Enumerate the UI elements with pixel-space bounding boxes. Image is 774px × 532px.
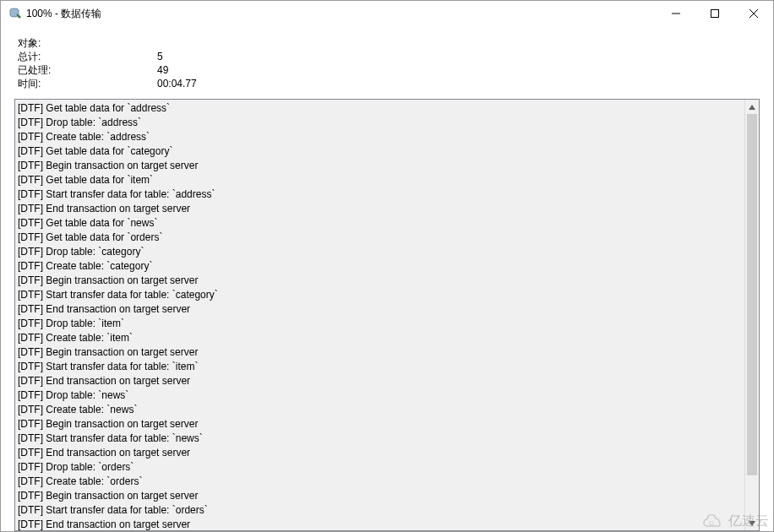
svg-rect-2 — [711, 10, 719, 18]
stat-row-object: 对象: — [18, 36, 756, 50]
log-line[interactable]: [DTF] Drop table: `orders` — [18, 460, 742, 475]
stat-row-time: 时间: 00:04.77 — [18, 77, 756, 90]
stat-label: 时间: — [18, 77, 157, 90]
log-line[interactable]: [DTF] End transaction on target server — [18, 446, 742, 460]
log-line[interactable]: [DTF] Get table data for `news` — [18, 216, 742, 231]
log-line[interactable]: [DTF] End transaction on target server — [18, 518, 742, 530]
app-window: 100% - 数据传输 对象: 总计: 5 已处理: 49 时间: — [0, 0, 774, 532]
scroll-thumb[interactable] — [747, 114, 757, 475]
log-line[interactable]: [DTF] Start transfer data for table: `ad… — [18, 187, 742, 202]
stat-label: 对象: — [18, 36, 157, 50]
log-line[interactable]: [DTF] Begin transaction on target server — [18, 489, 742, 503]
window-controls — [657, 1, 773, 26]
log-line[interactable]: [DTF] Get table data for `item` — [18, 173, 742, 187]
stat-row-total: 总计: 5 — [18, 50, 756, 63]
log-line[interactable]: [DTF] End transaction on target server — [18, 202, 742, 216]
svg-marker-6 — [749, 521, 755, 526]
scroll-up-arrow-icon[interactable] — [745, 100, 759, 114]
database-icon — [8, 7, 21, 20]
stat-value: 5 — [157, 50, 163, 63]
log-line[interactable]: [DTF] Drop table: `news` — [18, 388, 742, 403]
log-line[interactable]: [DTF] Create table: `category` — [18, 259, 742, 274]
log-line[interactable]: [DTF] Create table: `item` — [18, 331, 742, 345]
log-line[interactable]: [DTF] Start transfer data for table: `ca… — [18, 288, 742, 302]
log-line[interactable]: [DTF] Drop table: `category` — [18, 245, 742, 259]
log-line[interactable]: [DTF] Start transfer data for table: `ne… — [18, 432, 742, 446]
log-line[interactable]: [DTF] Begin transaction on target server — [18, 345, 742, 360]
stat-value: 00:04.77 — [157, 77, 197, 90]
log-line[interactable]: [DTF] End transaction on target server — [18, 374, 742, 388]
titlebar[interactable]: 100% - 数据传输 — [1, 1, 773, 26]
close-button[interactable] — [734, 1, 773, 26]
log-body[interactable]: [DTF] Get table data for `address`[DTF] … — [15, 100, 744, 530]
log-line[interactable]: [DTF] Begin transaction on target server — [18, 417, 742, 432]
scroll-track[interactable] — [745, 114, 759, 516]
log-line[interactable]: [DTF] Create table: `address` — [18, 130, 742, 144]
log-line[interactable]: [DTF] Drop table: `item` — [18, 317, 742, 331]
log-line[interactable]: [DTF] Drop table: `address` — [18, 116, 742, 130]
scrollbar[interactable] — [744, 100, 759, 530]
log-line[interactable]: [DTF] End transaction on target server — [18, 302, 742, 317]
log-line[interactable]: [DTF] Get table data for `address` — [18, 101, 742, 116]
minimize-button[interactable] — [657, 1, 695, 26]
log-line[interactable]: [DTF] Start transfer data for table: `it… — [18, 360, 742, 374]
stat-label: 总计: — [18, 50, 157, 63]
stat-label: 已处理: — [18, 63, 157, 77]
log-line[interactable]: [DTF] Create table: `orders` — [18, 475, 742, 489]
log-line[interactable]: [DTF] Begin transaction on target server — [18, 159, 742, 173]
scroll-down-arrow-icon[interactable] — [745, 516, 759, 530]
log-line[interactable]: [DTF] Begin transaction on target server — [18, 274, 742, 288]
window-title: 100% - 数据传输 — [26, 7, 101, 21]
log-line[interactable]: [DTF] Create table: `news` — [18, 403, 742, 417]
stats-panel: 对象: 总计: 5 已处理: 49 时间: 00:04.77 — [1, 26, 773, 95]
maximize-button[interactable] — [695, 1, 734, 26]
log-container: [DTF] Get table data for `address`[DTF] … — [14, 99, 760, 531]
stat-value: 49 — [157, 63, 168, 77]
stat-row-processed: 已处理: 49 — [18, 63, 756, 77]
svg-marker-5 — [749, 105, 755, 110]
log-line[interactable]: [DTF] Start transfer data for table: `or… — [18, 503, 742, 518]
log-line[interactable]: [DTF] Get table data for `category` — [18, 144, 742, 159]
log-line[interactable]: [DTF] Get table data for `orders` — [18, 231, 742, 245]
